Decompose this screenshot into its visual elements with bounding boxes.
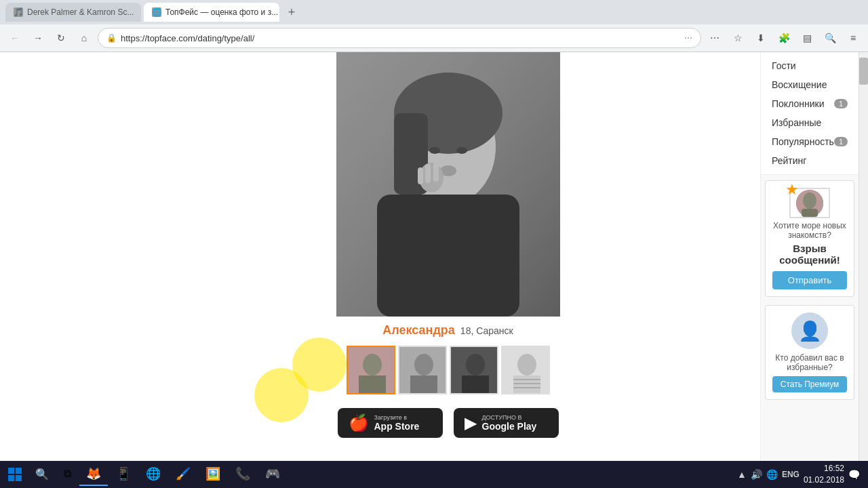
taskbar-search[interactable]: 🔍 <box>28 463 56 486</box>
menu-item-izbrannye-label: Избранные <box>772 117 821 128</box>
taskbar-game[interactable]: 🎮 <box>258 463 287 486</box>
premium-avatar: 👤 <box>791 312 828 349</box>
taskbar-task-view[interactable]: ⧉ <box>57 463 78 486</box>
taskbar: 🔍 ⧉ 🦊 📱 🌐 🖌️ 🖼️ 📞 🎮 ▲ 🔊 🌐 ENG 16:52 01.0… <box>0 461 868 488</box>
tray-language[interactable]: ENG <box>782 470 800 479</box>
svg-rect-18 <box>410 375 437 394</box>
tray-up-icon[interactable]: ▲ <box>737 469 747 480</box>
tab1-favicon: 🎵 <box>14 7 23 17</box>
user-name[interactable]: Александра <box>382 323 455 338</box>
menu-badge-populyarnost: 1 <box>834 137 848 146</box>
svg-rect-30 <box>802 209 818 217</box>
tray-notification-icon[interactable]: 🗨️ <box>848 469 860 480</box>
premium-text: Кто добавил вас в избранные? <box>772 353 847 372</box>
appstore-big: App Store <box>374 421 420 432</box>
menu-badge-poklonniki: 1 <box>834 99 848 108</box>
svg-point-7 <box>456 147 467 154</box>
url-input[interactable] <box>121 33 680 43</box>
googleplay-small: ДОСТУПНО В <box>482 414 537 421</box>
toolbar-right: ⋯ ☆ ⬇ 🧩 ▤ 🔍 ≡ <box>705 28 863 47</box>
highlight-circle <box>292 338 347 392</box>
menu-item-gosti[interactable]: Гости <box>761 56 859 75</box>
menu-item-reiting[interactable]: Рейтинг <box>761 151 859 170</box>
googleplay-button[interactable]: ▶ ДОСТУПНО В Google Play <box>454 408 559 438</box>
thumbnails-row <box>347 346 550 394</box>
page-content: Александра 18, Саранск <box>0 52 868 488</box>
appstore-button[interactable]: 🍎 Загрузите в App Store <box>338 408 443 438</box>
svg-rect-12 <box>433 163 439 182</box>
tab1-label: Derek Palmer & Kamron Sc... <box>27 7 134 17</box>
back-button[interactable]: ← <box>5 28 24 47</box>
extensions-button[interactable]: 🧩 <box>774 28 793 47</box>
svg-point-20 <box>466 354 485 375</box>
thumb-3[interactable] <box>450 346 498 394</box>
sidebar-toggle[interactable]: ▤ <box>797 28 816 47</box>
tab1-close[interactable]: ✕ <box>140 8 141 17</box>
download-button[interactable]: ⬇ <box>751 28 770 47</box>
store-buttons: 🍎 Загрузите в App Store ▶ ДОСТУПНО В Goo… <box>338 408 559 438</box>
appstore-text: Загрузите в App Store <box>374 414 420 432</box>
home-button[interactable]: ⌂ <box>75 28 94 47</box>
menu-item-voskhishchenie[interactable]: Восхищение <box>761 75 859 94</box>
scrollbar[interactable] <box>859 52 868 488</box>
windows-logo <box>8 468 22 481</box>
menu-item-populyarnost[interactable]: Популярность 1 <box>761 132 859 151</box>
tray-sound-icon[interactable]: 🔊 <box>751 469 762 480</box>
taskbar-firefox[interactable]: 🦊 <box>79 463 108 486</box>
tray-network-icon[interactable]: 🌐 <box>766 469 778 480</box>
googleplay-big: Google Play <box>482 421 537 432</box>
tab-2[interactable]: 🌐 ТопФейс — оценка фото и з... ✕ <box>144 3 279 22</box>
menu-item-reiting-label: Рейтинг <box>772 155 806 166</box>
svg-point-29 <box>803 192 816 209</box>
ad-send-button[interactable]: Отправить <box>772 271 847 289</box>
menu-item-voskhishchenie-label: Восхищение <box>772 79 827 90</box>
taskbar-whatsapp[interactable]: 📱 <box>109 463 138 486</box>
menu-button[interactable]: ≡ <box>844 28 863 47</box>
tab-1[interactable]: 🎵 Derek Palmer & Kamron Sc... ✕ <box>5 3 141 22</box>
main-area: Александра 18, Саранск <box>136 52 760 488</box>
menu-item-poklonniki[interactable]: Поклонники 1 <box>761 94 859 113</box>
apple-icon: 🍎 <box>349 413 369 432</box>
svg-rect-10 <box>418 167 423 184</box>
menu-item-gosti-label: Гости <box>772 60 796 71</box>
taskbar-paint[interactable]: 🖌️ <box>169 463 197 486</box>
svg-rect-21 <box>462 375 489 394</box>
premium-widget: 👤 Кто добавил вас в избранные? Стать Пре… <box>765 305 854 400</box>
tab2-favicon: 🌐 <box>152 7 161 17</box>
taskbar-chrome[interactable]: 🌐 <box>139 463 167 486</box>
profile-photo-image <box>336 52 560 317</box>
menu-item-poklonniki-label: Поклонники <box>772 98 824 109</box>
bookmark-button[interactable]: ☆ <box>728 28 747 47</box>
address-bar[interactable]: 🔒 ⋯ <box>98 28 701 48</box>
menu-item-populyarnost-label: Популярность <box>772 136 834 147</box>
refresh-button[interactable]: ↻ <box>52 28 71 47</box>
clock-date: 01.02.2018 <box>804 474 844 486</box>
premium-button[interactable]: Стать Премиум <box>772 376 847 392</box>
taskbar-skype[interactable]: 📞 <box>229 463 257 486</box>
new-tab-button[interactable]: + <box>282 3 301 22</box>
svg-rect-11 <box>425 164 431 183</box>
profile-photo[interactable] <box>336 52 560 317</box>
scroll-thumb[interactable] <box>859 58 868 85</box>
user-city: Саранск <box>476 325 513 336</box>
user-name-row: Александра 18, Саранск <box>382 323 513 338</box>
thumb-1[interactable] <box>347 346 395 394</box>
left-area <box>0 52 136 488</box>
svg-point-14 <box>363 354 382 375</box>
google-play-icon: ▶ <box>465 413 477 432</box>
toolbar: ← → ↻ ⌂ 🔒 ⋯ ⋯ ☆ ⬇ 🧩 ▤ 🔍 ≡ <box>0 24 868 52</box>
menu-item-izbrannye[interactable]: Избранные <box>761 113 859 132</box>
user-age: 18 <box>460 325 471 336</box>
svg-rect-15 <box>359 375 386 394</box>
taskbar-photos[interactable]: 🖼️ <box>199 463 227 486</box>
search-button[interactable]: 🔍 <box>821 28 840 47</box>
address-info-icon: ⋯ <box>684 33 692 43</box>
more-button[interactable]: ⋯ <box>705 28 724 47</box>
thumb-4[interactable] <box>501 346 550 394</box>
ad-text-small: Хотите море новых знакомств? <box>772 221 847 240</box>
start-button[interactable] <box>3 463 27 486</box>
browser-chrome: 🎵 Derek Palmer & Kamron Sc... ✕ 🌐 ТопФей… <box>0 0 868 52</box>
lock-icon: 🔒 <box>106 33 117 43</box>
forward-button[interactable]: → <box>28 28 47 47</box>
thumb-2[interactable] <box>398 346 447 394</box>
